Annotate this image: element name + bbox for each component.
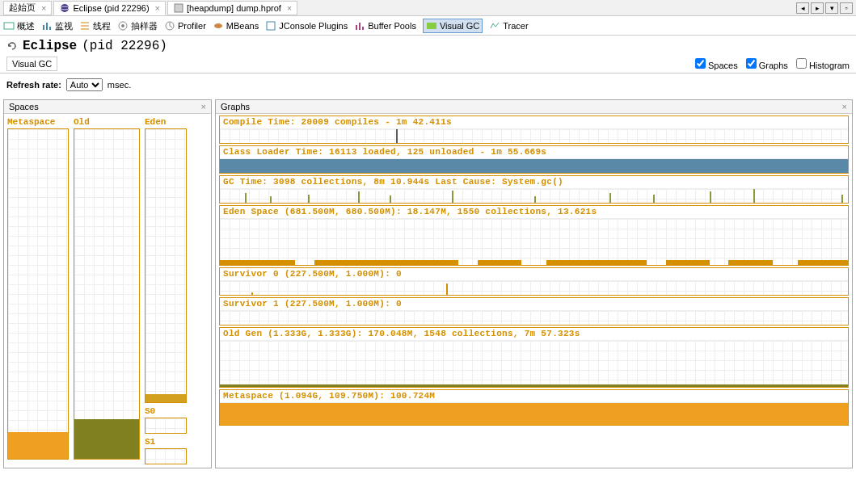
graph-gctime: GC Time: 3098 collections, 8m 10.944s La… xyxy=(219,175,849,204)
title-pid: (pid 22296) xyxy=(82,39,167,53)
refresh-select[interactable]: Auto xyxy=(66,78,103,91)
refresh-icon[interactable] xyxy=(6,40,18,52)
svg-rect-14 xyxy=(267,22,275,30)
spaces-header: Spaces × xyxy=(4,100,211,114)
overview-icon xyxy=(3,20,15,32)
profiler-icon xyxy=(164,20,175,32)
classloader-chart xyxy=(220,158,848,173)
compile-chart xyxy=(220,128,848,143)
svg-rect-18 xyxy=(427,23,436,29)
visualgc-icon xyxy=(426,20,437,32)
graph-survivor1: Survivor 1 (227.500M, 1.000M): 0 xyxy=(219,297,849,326)
tab-eclipse[interactable]: Eclipse (pid 22296) × xyxy=(53,1,166,15)
title-name: Eclipse xyxy=(23,39,77,53)
check-spaces[interactable]: Spaces xyxy=(695,58,738,70)
jconsole-icon xyxy=(265,20,276,32)
subtab-visualgc[interactable]: Visual GC xyxy=(6,57,57,71)
gctime-chart xyxy=(220,188,848,203)
document-tabs: 起始页 × Eclipse (pid 22296) × [heapdump] d… xyxy=(0,0,856,16)
nav-prev-icon[interactable]: ◂ xyxy=(796,2,809,14)
close-icon[interactable]: × xyxy=(155,3,160,13)
tool-mbeans[interactable]: MBeans xyxy=(213,20,259,32)
tab-nav: ◂ ▸ ▾ ▫ xyxy=(796,2,856,14)
nav-maximize-icon[interactable]: ▫ xyxy=(840,2,853,14)
tool-monitor[interactable]: 监视 xyxy=(41,20,73,32)
tool-overview[interactable]: 概述 xyxy=(3,20,35,32)
check-graphs[interactable]: Graphs xyxy=(746,58,788,70)
svg-rect-6 xyxy=(49,27,51,30)
eden-chart xyxy=(145,128,187,403)
graph-metaspace: Metaspace (1.094G, 109.750M): 100.724M xyxy=(219,389,849,426)
close-icon[interactable]: × xyxy=(41,3,46,13)
toolbar: 概述 监视 线程 抽样器 Profiler MBeans JConsole Pl… xyxy=(0,16,856,36)
app-title: Eclipse (pid 22296) xyxy=(0,36,856,55)
close-icon[interactable]: × xyxy=(287,3,292,13)
check-histogram[interactable]: Histogram xyxy=(796,58,850,70)
space-old: Old xyxy=(74,117,140,464)
svg-rect-16 xyxy=(359,23,361,30)
svg-rect-2 xyxy=(175,4,183,12)
graph-classloader: Class Loader Time: 16113 loaded, 125 unl… xyxy=(219,145,849,174)
graphs-panel: Graphs × Compile Time: 20009 compiles - … xyxy=(215,99,853,468)
survivor1-chart xyxy=(220,310,848,325)
tab-label: Eclipse (pid 22296) xyxy=(73,3,149,13)
tab-heapdump[interactable]: [heapdump] dump.hprof × xyxy=(167,1,297,15)
tool-tracer[interactable]: Tracer xyxy=(489,20,528,32)
close-icon[interactable]: × xyxy=(842,102,847,111)
main-area: Spaces × Metaspace Old Eden S0 xyxy=(0,96,856,472)
eclipse-icon xyxy=(59,2,70,14)
refresh-row: Refresh rate: Auto msec. xyxy=(0,74,856,96)
tab-label: [heapdump] dump.hprof xyxy=(187,3,281,13)
space-metaspace: Metaspace xyxy=(7,117,69,464)
svg-point-11 xyxy=(121,24,124,27)
metaspace-chart-graph xyxy=(220,402,848,425)
spaces-body: Metaspace Old Eden S0 S1 xyxy=(4,114,211,468)
svg-rect-15 xyxy=(356,25,357,30)
s1-chart xyxy=(145,448,187,464)
survivor0-chart xyxy=(220,280,848,295)
svg-rect-3 xyxy=(4,23,14,29)
svg-point-13 xyxy=(214,23,222,28)
sub-tabs: Visual GC Spaces Graphs Histogram xyxy=(0,55,856,74)
refresh-unit: msec. xyxy=(108,80,131,90)
close-icon[interactable]: × xyxy=(201,102,206,111)
svg-point-0 xyxy=(61,4,69,12)
tool-threads[interactable]: 线程 xyxy=(79,20,111,32)
space-eden: Eden S0 S1 xyxy=(145,117,187,464)
tool-profiler[interactable]: Profiler xyxy=(164,20,206,32)
graph-eden: Eden Space (681.500M, 680.500M): 18.147M… xyxy=(219,205,849,266)
nav-dropdown-icon[interactable]: ▾ xyxy=(825,2,838,14)
oldgen-chart xyxy=(220,340,848,387)
tab-startpage[interactable]: 起始页 × xyxy=(3,1,52,15)
refresh-label: Refresh rate: xyxy=(6,80,61,90)
svg-rect-17 xyxy=(362,27,364,30)
view-toggles: Spaces Graphs Histogram xyxy=(695,58,850,70)
tool-sampler[interactable]: 抽样器 xyxy=(117,20,158,32)
mbeans-icon xyxy=(213,20,224,32)
monitor-icon xyxy=(41,20,53,32)
graph-oldgen: Old Gen (1.333G, 1.333G): 170.048M, 1548… xyxy=(219,327,849,388)
svg-rect-4 xyxy=(43,25,44,30)
tool-jconsole[interactable]: JConsole Plugins xyxy=(265,20,348,32)
spaces-panel: Spaces × Metaspace Old Eden S0 xyxy=(3,99,212,468)
tool-bufferpools[interactable]: Buffer Pools xyxy=(354,20,416,32)
tab-label: 起始页 xyxy=(9,2,36,14)
eden-chart-graph xyxy=(220,218,848,265)
tracer-icon xyxy=(489,20,500,32)
tool-visualgc[interactable]: Visual GC xyxy=(423,19,483,33)
sampler-icon xyxy=(117,20,129,32)
nav-next-icon[interactable]: ▸ xyxy=(811,2,824,14)
metaspace-chart xyxy=(7,128,69,460)
svg-rect-5 xyxy=(46,23,48,30)
graph-compile: Compile Time: 20009 compiles - 1m 42.411… xyxy=(219,116,849,144)
s0-chart xyxy=(145,418,187,434)
bufferpools-icon xyxy=(354,20,365,32)
heapdump-icon xyxy=(173,2,184,14)
graphs-header: Graphs × xyxy=(216,100,852,114)
threads-icon xyxy=(79,20,91,32)
graph-survivor0: Survivor 0 (227.500M, 1.000M): 0 xyxy=(219,267,849,296)
old-chart xyxy=(74,128,140,460)
graphs-body: Compile Time: 20009 compiles - 1m 42.411… xyxy=(216,114,852,427)
